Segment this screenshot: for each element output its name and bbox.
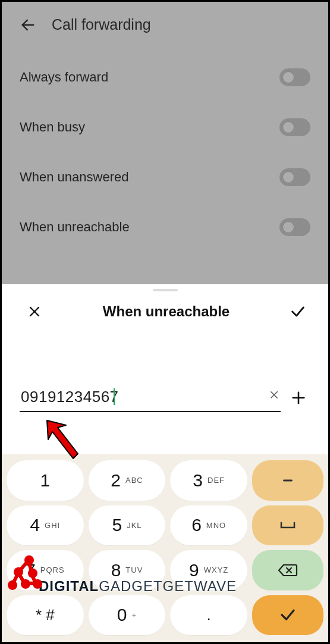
key-3[interactable]: 3DEF [170, 460, 247, 501]
close-icon[interactable] [26, 304, 43, 319]
option-label: Always forward [20, 70, 108, 85]
key-minus[interactable] [252, 460, 323, 501]
toggle-switch[interactable] [279, 118, 310, 136]
key-2[interactable]: 2ABC [89, 460, 166, 501]
clear-input-icon[interactable] [269, 388, 279, 404]
dialer-keypad: 1 2ABC 3DEF 4GHI 5JKL 6MNO 7PQRS 8TUV 9W… [2, 454, 328, 642]
page-title: Call forwarding [52, 16, 151, 33]
key-9[interactable]: 9WXYZ [170, 550, 247, 590]
key-period[interactable]: . [170, 595, 247, 636]
toggle-switch[interactable] [279, 218, 310, 236]
text-caret [114, 388, 115, 405]
toggle-switch[interactable] [279, 68, 310, 86]
option-when-unanswered[interactable]: When unanswered [20, 152, 310, 202]
option-label: When unreachable [20, 219, 130, 235]
key-4[interactable]: 4GHI [7, 505, 84, 546]
option-label: When unanswered [20, 169, 128, 185]
key-8[interactable]: 8TUV [89, 550, 166, 590]
key-1[interactable]: 1 [7, 460, 84, 501]
phone-number-input[interactable] [20, 385, 281, 412]
call-forwarding-page: Call forwarding Always forward When busy… [2, 2, 328, 284]
key-6[interactable]: 6MNO [170, 505, 247, 546]
key-space[interactable] [252, 505, 323, 546]
key-5[interactable]: 5JKL [89, 505, 166, 546]
back-icon[interactable] [20, 17, 36, 33]
key-backspace[interactable] [252, 550, 323, 590]
key-star-hash[interactable]: * # [7, 595, 84, 636]
option-when-busy[interactable]: When busy [20, 102, 310, 152]
option-when-unreachable[interactable]: When unreachable [20, 202, 310, 252]
key-confirm[interactable] [252, 595, 323, 636]
option-label: When busy [20, 120, 85, 135]
option-always-forward[interactable]: Always forward [20, 52, 310, 102]
key-0[interactable]: 0+ [89, 595, 166, 636]
sheet-title: When unreachable [103, 303, 230, 320]
key-7[interactable]: 7PQRS [7, 550, 84, 590]
toggle-switch[interactable] [279, 168, 310, 186]
add-contact-icon[interactable] [287, 388, 310, 412]
confirm-icon[interactable] [289, 303, 307, 320]
